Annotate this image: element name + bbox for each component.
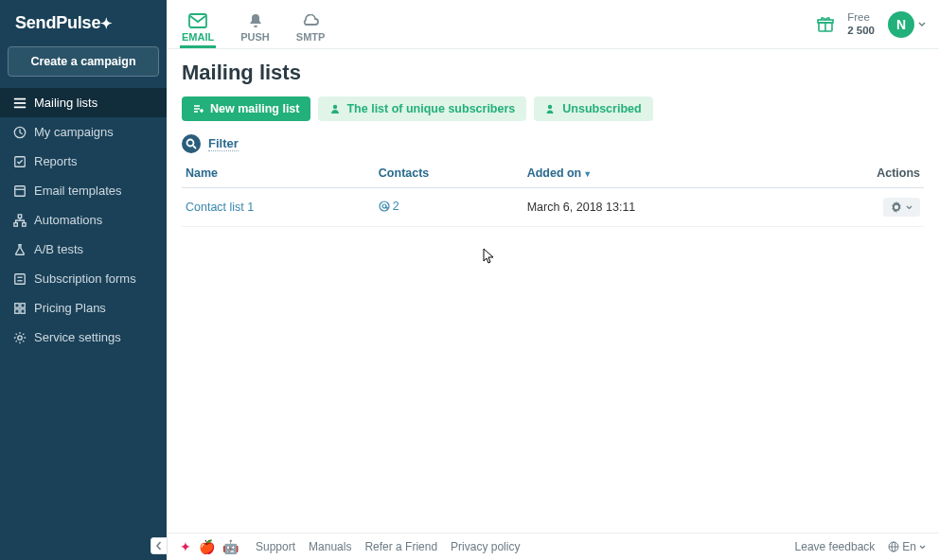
gift-icon[interactable] [817, 16, 834, 33]
tab-smtp[interactable]: SMTP [294, 0, 328, 48]
footer-manuals[interactable]: Manuals [309, 540, 351, 553]
user-icon [329, 103, 341, 114]
svg-line-28 [193, 146, 196, 149]
sidebar-item-label: Automations [34, 213, 102, 227]
sitemap-icon [13, 214, 27, 227]
sidebar-item-pricing-plans[interactable]: Pricing Plans [0, 293, 167, 323]
svg-point-25 [333, 105, 337, 109]
svg-point-29 [380, 201, 389, 211]
table-row[interactable]: Contact list 1 2 March 6, 2018 13:11 [182, 188, 924, 227]
balance-amount: 2 500 [847, 25, 875, 37]
sort-desc-icon: ▼ [583, 169, 592, 179]
button-label: New mailing list [210, 102, 299, 115]
added-date: March 6, 2018 13:11 [523, 188, 821, 227]
mail-icon [188, 12, 207, 29]
caret-down-icon [918, 22, 926, 27]
sidebar-item-reports[interactable]: Reports [0, 147, 167, 176]
svg-rect-14 [21, 303, 25, 306]
list-icon [13, 96, 27, 110]
row-actions-button[interactable] [883, 198, 920, 217]
sidebar-item-subscription-forms[interactable]: Subscription forms [0, 264, 167, 293]
svg-rect-16 [21, 308, 25, 312]
sidebar-item-mailing-lists[interactable]: Mailing lists [0, 88, 167, 117]
svg-point-17 [18, 335, 22, 339]
create-campaign-button[interactable]: Create a campaign [8, 46, 159, 77]
contacts-count[interactable]: 2 [379, 200, 399, 213]
column-added[interactable]: Added on▼ [523, 159, 821, 188]
mouse-cursor-icon [483, 248, 496, 265]
column-name[interactable]: Name [182, 159, 375, 188]
tab-label: PUSH [240, 31, 270, 43]
plus-list-icon [193, 103, 204, 114]
balance-label: Free [847, 11, 875, 24]
bell-icon [246, 12, 265, 29]
globe-icon [888, 541, 899, 552]
sidebar-item-my-campaigns[interactable]: My campaigns [0, 117, 167, 147]
template-icon [13, 184, 27, 198]
svg-rect-7 [18, 214, 22, 218]
svg-rect-1 [14, 102, 26, 104]
android-icon[interactable]: 🤖 [222, 539, 239, 554]
footer-privacy[interactable]: Privacy policy [451, 540, 520, 553]
caret-down-icon [906, 205, 912, 210]
tab-push[interactable]: PUSH [239, 0, 272, 48]
column-actions: Actions [820, 159, 924, 188]
sidebar-item-label: Mailing lists [34, 96, 97, 110]
cloud-icon [301, 12, 320, 29]
unsubscribed-button[interactable]: Unsubscribed [534, 96, 652, 121]
slack-icon[interactable]: ✦ [180, 539, 191, 554]
grid-icon [13, 302, 27, 315]
column-contacts[interactable]: Contacts [375, 159, 523, 188]
svg-rect-8 [14, 222, 18, 226]
topbar: EMAIL PUSH SMTP Free 2 500 [167, 0, 939, 49]
sidebar-item-label: My campaigns [34, 125, 114, 139]
svg-point-26 [548, 105, 552, 109]
clock-icon [13, 126, 27, 139]
filter-toggle[interactable]: Filter [208, 136, 239, 151]
flask-icon [13, 243, 27, 256]
caret-down-icon [919, 545, 926, 550]
list-name-link[interactable]: Contact list 1 [186, 201, 254, 214]
sidebar-item-label: Pricing Plans [34, 301, 106, 315]
tab-label: EMAIL [182, 31, 214, 43]
button-label: Unsubscribed [562, 102, 641, 115]
sidebar-item-service-settings[interactable]: Service settings [0, 323, 167, 352]
svg-rect-0 [14, 97, 26, 99]
unique-subscribers-button[interactable]: The list of unique subscribers [318, 96, 526, 121]
sidebar-item-label: Service settings [34, 330, 121, 344]
balance[interactable]: Free 2 500 [847, 11, 875, 36]
svg-rect-2 [14, 106, 26, 108]
svg-point-30 [382, 204, 386, 208]
user-menu[interactable]: N [888, 11, 926, 38]
sidebar-item-label: Subscription forms [34, 271, 136, 286]
sidebar-collapse-button[interactable] [151, 537, 168, 554]
new-mailing-list-button[interactable]: New mailing list [182, 96, 310, 121]
svg-rect-21 [818, 20, 833, 23]
check-square-icon [13, 155, 27, 168]
svg-rect-10 [15, 273, 26, 284]
sidebar-item-label: A/B tests [34, 242, 83, 256]
footer-support[interactable]: Support [256, 540, 295, 553]
sidebar-item-ab-tests[interactable]: A/B tests [0, 235, 167, 264]
sidebar-item-label: Email templates [34, 184, 121, 198]
sidebar-item-automations[interactable]: Automations [0, 205, 167, 235]
sidebar-item-email-templates[interactable]: Email templates [0, 176, 167, 205]
footer: ✦ 🍎 🤖 Support Manuals Refer a Friend Pri… [167, 533, 939, 560]
sidebar-item-label: Reports [34, 154, 78, 168]
tab-email[interactable]: EMAIL [180, 0, 216, 48]
button-label: The list of unique subscribers [346, 102, 515, 115]
svg-rect-15 [15, 308, 19, 312]
filter-search-icon[interactable] [182, 134, 201, 153]
gear-icon [13, 331, 27, 344]
footer-refer[interactable]: Refer a Friend [364, 540, 437, 553]
mailing-lists-table: Name Contacts Added on▼ Actions Contact … [182, 159, 924, 227]
footer-feedback[interactable]: Leave feedback [795, 540, 876, 553]
language-switcher[interactable]: En [888, 540, 926, 553]
at-icon [379, 201, 390, 212]
avatar: N [888, 11, 914, 38]
apple-icon[interactable]: 🍎 [199, 539, 215, 554]
tab-label: SMTP [296, 31, 326, 43]
svg-point-27 [187, 140, 194, 147]
brand-logo[interactable]: SendPulse✦ [0, 0, 167, 46]
page-title: Mailing lists [182, 61, 924, 85]
